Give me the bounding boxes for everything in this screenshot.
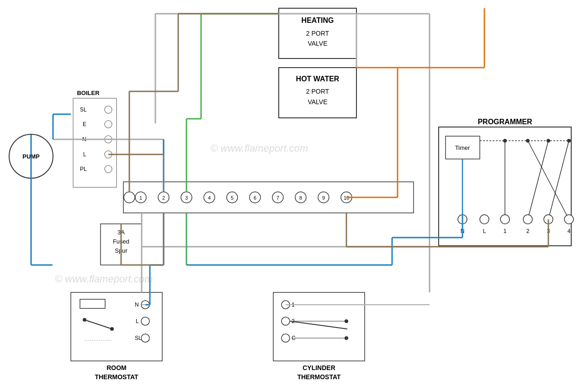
svg-point-25	[500, 215, 510, 224]
svg-text:8: 8	[299, 195, 302, 201]
svg-point-80	[110, 327, 114, 331]
svg-point-23	[480, 215, 489, 224]
svg-text:VALVE: VALVE	[308, 40, 327, 47]
svg-text:E: E	[83, 121, 86, 127]
svg-text:HEATING: HEATING	[302, 16, 334, 24]
svg-text:L: L	[83, 151, 86, 158]
svg-text:PROGRAMMER: PROGRAMMER	[478, 118, 532, 126]
svg-point-31	[564, 215, 573, 224]
svg-text:L: L	[483, 228, 486, 234]
svg-text:Timer: Timer	[455, 144, 470, 151]
svg-text:L: L	[136, 318, 139, 324]
svg-text:VALVE: VALVE	[308, 98, 327, 106]
svg-text:4: 4	[568, 228, 571, 234]
svg-point-40	[105, 121, 112, 128]
svg-text:HOT WATER: HOT WATER	[296, 75, 340, 83]
svg-text:N: N	[135, 302, 139, 308]
svg-text:4: 4	[208, 195, 211, 201]
svg-point-46	[105, 165, 112, 173]
svg-point-93	[281, 317, 290, 325]
svg-text:2 PORT: 2 PORT	[306, 30, 329, 37]
svg-text:6: 6	[254, 195, 256, 201]
svg-text:2: 2	[526, 228, 530, 234]
svg-point-27	[523, 215, 532, 224]
svg-point-73	[124, 192, 135, 203]
svg-text:1: 1	[504, 228, 507, 234]
wiring-diagram: HEATING 2 PORT VALVE HOT WATER 2 PORT VA…	[0, 0, 584, 392]
svg-text:7: 7	[276, 195, 279, 201]
svg-text:9: 9	[322, 195, 325, 201]
svg-text:THERMOSTAT: THERMOSTAT	[297, 373, 341, 381]
svg-text:© www.flameport.com: © www.flameport.com	[210, 143, 308, 154]
svg-rect-77	[80, 299, 105, 308]
svg-text:5: 5	[231, 195, 234, 201]
svg-text:THERMOSTAT: THERMOSTAT	[95, 373, 138, 381]
svg-point-38	[105, 106, 112, 113]
svg-text:ROOM: ROOM	[106, 364, 127, 371]
svg-point-79	[83, 318, 86, 322]
svg-point-84	[141, 317, 149, 325]
svg-point-95	[281, 334, 290, 342]
svg-text:BOILER: BOILER	[77, 90, 100, 96]
svg-text:2: 2	[162, 195, 165, 201]
svg-text:3: 3	[185, 195, 188, 201]
svg-text:© www.flameport.com: © www.flameport.com	[55, 273, 153, 285]
svg-text:2 PORT: 2 PORT	[306, 88, 329, 95]
svg-text:PL: PL	[80, 166, 87, 172]
svg-text:SL: SL	[80, 106, 87, 113]
svg-text:SL: SL	[135, 335, 142, 341]
svg-text:CYLINDER: CYLINDER	[303, 364, 335, 371]
svg-point-86	[141, 334, 149, 342]
svg-text:1: 1	[139, 195, 142, 201]
